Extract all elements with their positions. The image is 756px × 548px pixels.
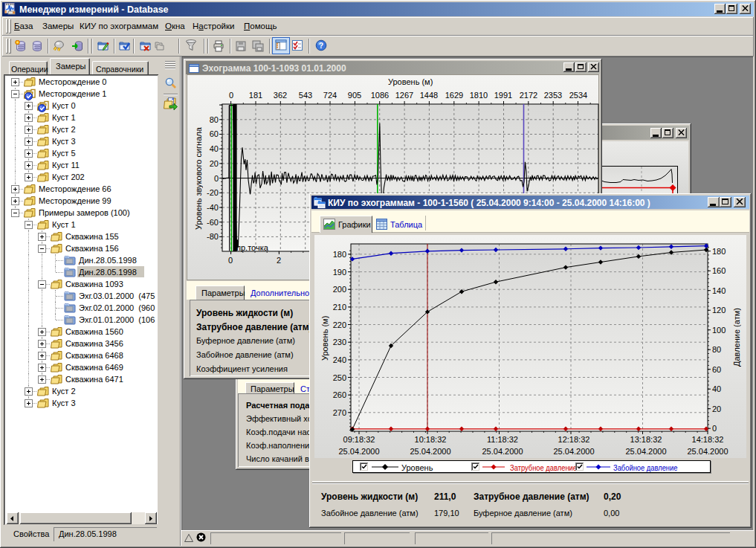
- svg-text:?: ?: [319, 41, 323, 50]
